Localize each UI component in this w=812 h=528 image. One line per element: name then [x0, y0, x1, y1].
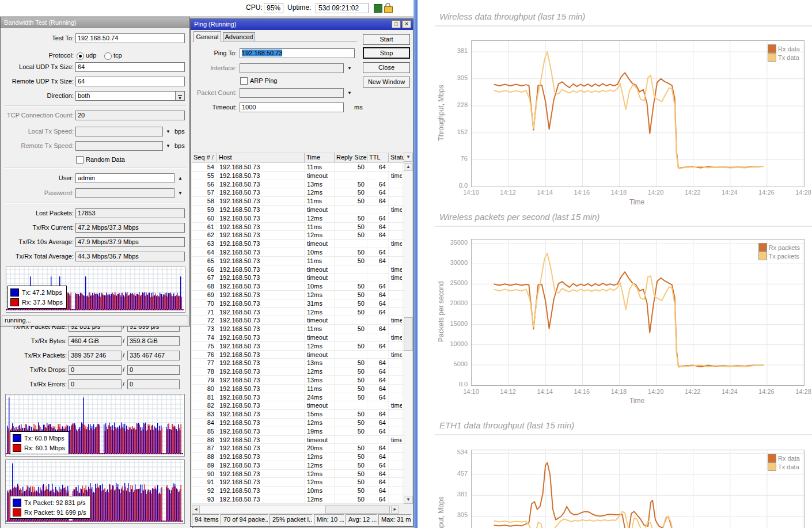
legend-rxp-label: Rx Packet: — [24, 509, 55, 516]
ping-result-row[interactable]: 56192.168.50.7313ms5064 — [192, 180, 404, 189]
ping-result-row[interactable]: 82192.168.50.73timeouttimeout — [192, 401, 404, 410]
scroll-down-button[interactable]: ▼ — [404, 496, 413, 504]
packet-count-select[interactable] — [240, 88, 344, 98]
cell: 64 — [367, 376, 389, 384]
ping-result-row[interactable]: 81192.168.50.7324ms5064 — [192, 393, 404, 402]
col-ttl[interactable]: TTL — [367, 153, 389, 162]
scroll-right-button[interactable]: ► — [391, 506, 399, 514]
ping-titlebar[interactable]: Ping (Running) — [191, 19, 413, 30]
ping-result-row[interactable]: 65192.168.50.7311ms5064 — [192, 257, 404, 265]
cell: 64 — [367, 282, 389, 290]
ping-result-row[interactable]: 62192.168.50.7312ms5064 — [192, 231, 404, 240]
cell — [389, 188, 403, 196]
y-tick-label: 457 — [442, 470, 468, 477]
ping-result-row[interactable]: 83192.168.50.7315ms5064 — [192, 410, 404, 419]
radio-tcp[interactable] — [104, 52, 112, 60]
ping-result-row[interactable]: 86192.168.50.73timeouttimeout — [192, 436, 404, 445]
maximize-button[interactable]: □ — [392, 20, 401, 28]
chevron-down-icon[interactable]: ▼ — [166, 141, 170, 151]
close-window-button[interactable]: Close — [363, 62, 410, 73]
close-button[interactable]: × — [402, 20, 411, 28]
ping-result-row[interactable]: 57192.168.50.7312ms5064 — [192, 188, 404, 197]
column-selector-button[interactable]: ▼ — [404, 153, 413, 162]
col-reply-size[interactable]: Reply Size — [335, 153, 367, 162]
drops-tx-field: 0 — [69, 365, 122, 375]
legend-label: Tx data — [778, 464, 799, 470]
cell: timeout — [305, 240, 335, 248]
ping-result-row[interactable]: 90192.168.50.7312ms5064 — [192, 470, 404, 478]
cell: 80 — [192, 385, 217, 393]
remote-tx-speed-input[interactable] — [75, 141, 163, 151]
chevron-up-icon[interactable]: ▲ — [178, 173, 183, 183]
scroll-up-button[interactable]: ▲ — [404, 163, 413, 171]
new-window-button[interactable]: New Window — [363, 77, 410, 88]
radio-udp[interactable] — [77, 52, 84, 60]
ping-to-input[interactable]: 192.168.50.73 — [240, 48, 355, 58]
ping-result-row[interactable]: 66192.168.50.73timeouttimeout — [192, 265, 404, 274]
ping-result-row[interactable]: 55192.168.50.73timeouttimeout — [192, 172, 404, 180]
chevron-down-icon[interactable]: ▼ — [347, 63, 352, 73]
chevron-down-icon[interactable]: ▼ — [166, 127, 170, 136]
ping-result-row[interactable]: 58192.168.50.7311ms5064 — [192, 197, 404, 206]
ping-result-row[interactable]: 74192.168.50.73timeouttimeout — [192, 333, 404, 342]
col-seq[interactable]: Seq # / — [192, 153, 217, 162]
ping-result-row[interactable]: 91192.168.50.7312ms5064 — [192, 478, 404, 487]
ping-result-row[interactable]: 88192.168.50.7312ms5064 — [192, 453, 404, 461]
bandwidth-test-titlebar[interactable]: Bandwidth Test (Running) — [1, 17, 189, 28]
ping-result-row[interactable]: 70192.168.50.7331ms5064 — [192, 299, 404, 308]
ping-result-row[interactable]: 68192.168.50.7310ms5064 — [192, 282, 404, 291]
ping-result-row[interactable]: 69192.168.50.7312ms5064 — [192, 291, 404, 299]
tab-general[interactable]: General — [193, 31, 221, 41]
ping-result-row[interactable]: 60192.168.50.7312ms5064 — [192, 214, 404, 223]
ping-result-row[interactable]: 71192.168.50.7312ms5064 — [192, 308, 404, 317]
scroll-left-button[interactable]: ◄ — [192, 506, 200, 514]
ping-result-row[interactable]: 84192.168.50.7312ms5064 — [192, 419, 404, 427]
cell — [335, 436, 367, 444]
ping-result-row[interactable]: 79192.168.50.7313ms5064 — [192, 376, 404, 385]
ping-result-row[interactable]: 92192.168.50.7310ms5064 — [192, 487, 404, 495]
ping-result-row[interactable]: 61192.168.50.7311ms5064 — [192, 223, 404, 231]
chevron-down-icon[interactable]: ▼ — [347, 88, 352, 98]
ping-result-row[interactable]: 87192.168.50.7320ms5064 — [192, 444, 404, 453]
stop-button[interactable]: Stop — [363, 47, 410, 59]
test-to-input[interactable]: 192.168.50.74 — [75, 33, 185, 43]
ping-result-row[interactable]: 72192.168.50.73timeouttimeout — [192, 316, 404, 325]
col-host[interactable]: Host — [217, 153, 305, 162]
ping-result-row[interactable]: 59192.168.50.73timeouttimeout — [192, 206, 404, 214]
ping-result-row[interactable]: 67192.168.50.73timeouttimeout — [192, 274, 404, 282]
col-status[interactable]: Status — [389, 153, 404, 162]
ping-result-row[interactable]: 77192.168.50.7313ms5064 — [192, 359, 404, 367]
interface-select[interactable] — [240, 63, 344, 73]
arp-ping-checkbox[interactable] — [240, 77, 248, 85]
ping-result-row[interactable]: 64192.168.50.7310ms5064 — [192, 248, 404, 257]
h-scroll-thumb[interactable] — [325, 506, 390, 514]
ping-result-row[interactable]: 75192.168.50.7312ms5064 — [192, 342, 404, 351]
legend-tx-label: Tx: — [22, 289, 31, 296]
txrx-total-avg-label: Tx/Rx Total Average: — [1, 252, 74, 261]
ping-result-row[interactable]: 63192.168.50.73timeouttimeout — [192, 240, 404, 248]
local-tx-speed-input[interactable] — [75, 127, 163, 136]
random-data-checkbox[interactable] — [76, 156, 84, 164]
ping-result-row[interactable]: 89192.168.50.7312ms5064 — [192, 461, 404, 470]
start-button[interactable]: Start — [363, 34, 410, 45]
ping-result-row[interactable]: 85192.168.50.7319ms5064 — [192, 427, 404, 436]
tab-advanced[interactable]: Advanced — [223, 32, 255, 41]
x-tick-label: 14:14 — [533, 189, 556, 196]
user-input[interactable]: admin — [75, 173, 174, 183]
col-time[interactable]: Time — [305, 153, 335, 162]
direction-dropdown-button[interactable]: ▼ — [175, 91, 185, 101]
tcp-conn-count-input[interactable]: 20 — [75, 111, 185, 120]
direction-select[interactable]: both — [75, 91, 176, 101]
ping-result-row[interactable]: 93192.168.50.7312ms5064 — [192, 495, 404, 504]
ping-result-row[interactable]: 78192.168.50.7312ms5064 — [192, 367, 404, 376]
password-input[interactable] — [75, 188, 174, 198]
timeout-input[interactable]: 1000 — [240, 102, 344, 112]
chevron-down-icon[interactable]: ▼ — [178, 188, 183, 198]
v-scroll-thumb[interactable] — [404, 317, 413, 351]
ping-result-row[interactable]: 76192.168.50.73timeouttimeout — [192, 351, 404, 359]
ping-result-row[interactable]: 54192.168.50.7311ms5064 — [192, 163, 404, 172]
ping-result-row[interactable]: 73192.168.50.7311ms5064 — [192, 325, 404, 333]
local-udp-size-input[interactable]: 64 — [75, 62, 185, 72]
remote-udp-size-input[interactable]: 64 — [75, 77, 185, 86]
ping-result-row[interactable]: 80192.168.50.7311ms5064 — [192, 385, 404, 393]
